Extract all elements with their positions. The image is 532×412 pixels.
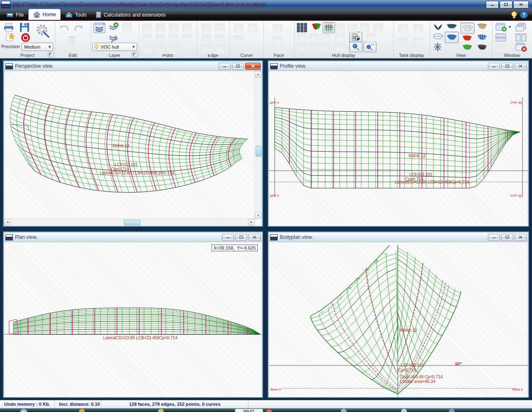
perspective-canvas[interactable]: ▲ ▼ ◄ ► KM=6.13LCF=23.101Cp=0.714Lateral… [4,71,262,226]
profile-titlebar[interactable]: Profile view. [269,61,528,71]
show-markers-pin-pressed[interactable] [349,42,362,52]
scroll-down-arrow[interactable]: ▼ [255,212,261,219]
tile-vertical-icon[interactable] [515,33,527,42]
taskbar-icon[interactable] [266,409,272,412]
horizontal-scrollbar[interactable]: ◄ ► [4,218,255,226]
bodyplan-titlebar[interactable]: Bodyplan view. [269,233,528,242]
developability-view-icon[interactable] [462,35,472,42]
settings-gear-icon[interactable] [35,23,51,38]
restore-button[interactable] [235,234,247,241]
print-icon[interactable] [3,23,14,32]
group-label-face: Face [264,53,294,58]
save-icon[interactable] [19,22,30,33]
grid-toggle-pressed[interactable] [323,22,335,33]
minimize-button[interactable] [222,234,234,241]
bodyplan-title: Bodyplan view. [280,234,313,240]
disabled-tool-icon [308,43,318,52]
plan-canvas[interactable]: X=39.158, Y=-9.625 LateralCG=23.85 LCB=2… [4,242,262,397]
close-window-icon[interactable] [515,43,527,52]
shaded-view-icon[interactable] [477,23,487,30]
precision-value: Medium [24,44,40,49]
close-button[interactable] [515,234,527,241]
close-button[interactable] [515,63,527,70]
hydrostatic-features-pressed[interactable] [349,32,362,42]
ribbon-group-point: Point [139,21,197,58]
viewport-perspective: Perspective view. ▲ ▼ ◄ ► KM=6.13LCF=23.… [3,61,263,226]
vertical-scrollbar[interactable]: ▲ ▼ [254,71,262,219]
window-split-caret-icon[interactable]: ▼ [508,25,512,29]
restore-button[interactable] [501,234,513,241]
restore-button[interactable] [501,63,513,70]
layers-window-icon[interactable] [93,22,106,33]
new-window-icon[interactable] [495,23,507,32]
tab-calculations[interactable]: Calculations and extensions [91,10,170,20]
lightbulb-icon [94,44,99,50]
perspective-titlebar[interactable]: Perspective view. [4,61,262,71]
minimize-button[interactable] [488,63,500,70]
cascade-windows-icon[interactable] [515,23,527,32]
tile-horizontal-icon[interactable] [495,33,507,42]
profile-title: Profile view. [280,63,306,69]
restore-button[interactable] [232,63,244,70]
help-icon[interactable]: ? [520,11,528,19]
environment-view-icon[interactable] [477,44,487,51]
windows-taskbar[interactable]: DELFT [0,408,532,412]
plan-titlebar[interactable]: Plan view. [4,233,262,242]
close-button[interactable] [249,234,261,241]
maximize-button[interactable] [500,1,512,8]
scroll-up-arrow[interactable]: ▲ [255,71,261,78]
taskbar-app-button[interactable]: DELFT [235,409,263,412]
minimize-button[interactable] [486,1,499,8]
delftship-logo-icon [1,1,10,8]
minimize-button[interactable] [219,63,231,70]
wireframe-view-pressed[interactable] [461,22,475,34]
disabled-tool-icon [142,45,152,54]
group-label-edit: Edit [55,53,91,58]
show-control-pins-pressed[interactable] [363,42,377,52]
close-button[interactable] [245,63,261,70]
bodyplan-view-icon[interactable] [433,23,443,30]
disabled-tool-icon [155,34,165,43]
perspective-view-pressed[interactable] [445,32,459,43]
zoom-extents-icon[interactable] [432,42,443,52]
horizontal-scroll-thumb[interactable] [124,220,140,226]
scroll-left-arrow[interactable]: ◄ [4,219,11,226]
gaussian-view-icon[interactable] [462,44,472,51]
disabled-tool-icon [169,34,179,43]
hydrostatics-hull-icon[interactable] [312,23,321,32]
ribbon-group-window: ▼ Window [492,21,532,58]
bodyplan-canvas[interactable]: KM=6.13LCF=23.101Cp=0.714Displ.=63.49 Cp… [269,242,528,397]
taskbar-icon[interactable] [401,409,407,412]
scroll-right-arrow[interactable]: ► [248,219,255,226]
zebra-view-icon[interactable] [477,34,487,41]
tab-file[interactable]: File [2,10,28,20]
layer-properties-icon[interactable] [108,33,119,43]
taskbar-icon[interactable] [341,409,347,412]
add-layer-icon[interactable] [108,22,119,32]
vertical-scroll-thumb[interactable] [256,146,261,157]
control-net-icon[interactable] [297,23,307,32]
plan-view-icon[interactable] [433,33,443,39]
tab-tools[interactable]: Tools [61,10,91,20]
taskbar-icon[interactable] [449,409,455,412]
tab-home[interactable]: Home [28,9,61,20]
new-project-icon[interactable] [5,33,15,42]
start-orb-fragment[interactable] [20,409,27,412]
minimize-button[interactable] [488,234,500,241]
svg-text:?: ? [522,12,525,18]
plan-hull-wireframe [4,242,262,397]
profile-canvas[interactable]: KM=6.13LCF=23.101Cp=0.714LateralCG=23.85… [269,71,528,226]
delftship-logo-icon [5,234,13,240]
exit-power-icon[interactable] [21,33,30,42]
disabled-tool-icon [273,37,283,46]
taskbar-icon[interactable] [158,409,164,412]
ribbon-group-curve: Curve [229,21,264,58]
profile-view-icon[interactable] [446,23,457,30]
precision-dropdown[interactable]: Medium ▼ [22,43,53,51]
layer-dropdown[interactable]: VOC hull ▼ [92,43,137,51]
close-button[interactable] [513,1,529,8]
lightbulb-icon[interactable] [511,11,517,19]
taskbar-icon[interactable] [79,409,85,412]
ribbon-group-edge: Edge [197,21,230,58]
group-label-project: Project [0,53,55,58]
